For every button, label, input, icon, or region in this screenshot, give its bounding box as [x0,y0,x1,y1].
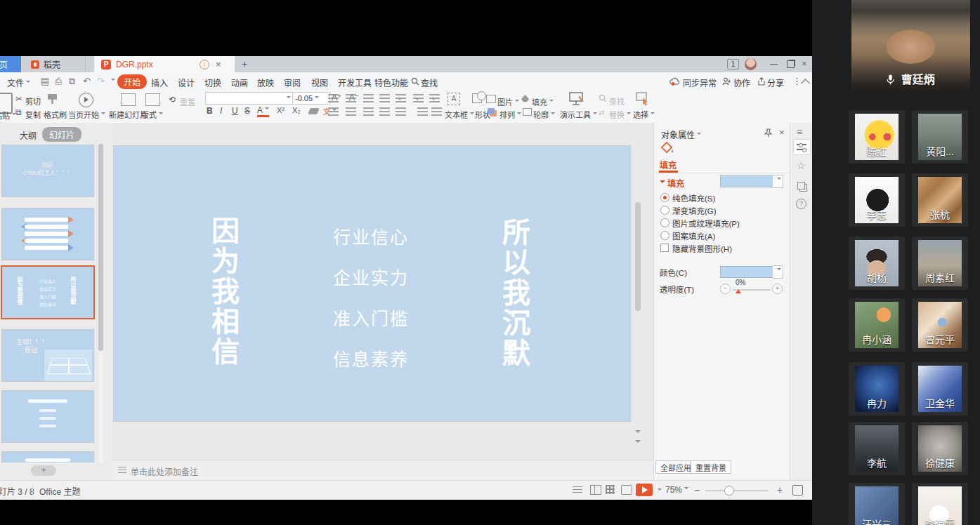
duplicate-panel-icon[interactable] [797,182,805,190]
pattern-fill-radio[interactable] [660,231,669,240]
reading-view-icon[interactable] [621,485,632,495]
reset-button[interactable]: 重置 [180,96,195,107]
user-avatar[interactable] [745,58,757,70]
gradient-fill-label[interactable]: 渐变填充(G) [672,205,717,216]
tab-home[interactable]: 首页 [0,56,21,72]
gradient-fill-radio[interactable] [660,206,669,215]
select-icon[interactable] [636,92,650,106]
menu-design[interactable]: 设计 [178,77,195,88]
fill-tab[interactable]: 填充 [660,159,677,171]
zoom-slider-track[interactable] [705,490,769,491]
panel-close-icon[interactable]: × [779,128,785,137]
select-button[interactable]: 选择 [633,109,655,120]
fill-section-collapse-icon[interactable] [660,180,665,186]
slide-thumbnail-2[interactable] [2,208,93,260]
pattern-fill-label[interactable]: 图案填充(A) [672,230,715,241]
minimize-button[interactable] [770,64,778,65]
bullet-list-icon[interactable] [328,94,339,103]
warning-icon[interactable]: ! [200,60,209,69]
menu-slideshow[interactable]: 放映 [257,77,274,88]
participant-tile[interactable]: 卫金华 [912,362,968,416]
text-direction-icon[interactable] [396,94,406,103]
play-from-page-icon[interactable] [79,93,93,107]
zoom-out-icon[interactable]: − [694,484,700,496]
reset-background-button[interactable]: 重置背景 [691,460,731,474]
print-icon[interactable]: ⎙ [55,76,62,87]
panel-title[interactable]: 对象属性 [661,128,701,140]
italic-icon[interactable]: I [220,106,222,116]
highlight-icon[interactable] [429,94,440,103]
find-button[interactable]: 查找 [609,95,625,107]
bold-icon[interactable]: B [207,106,213,116]
participant-tile[interactable]: 黄阳... [912,110,968,164]
menu-devtools[interactable]: 开发工具 [338,77,372,88]
increase-indent-icon[interactable] [379,94,390,103]
slide-thumbnail-1[interactable]: 你好, CTBU打工人！！！ [2,145,93,197]
collaborate-label[interactable]: 协作 [733,77,750,88]
add-slide-button[interactable]: + [31,465,56,476]
slideshow-options-icon[interactable] [655,486,662,496]
participant-tile[interactable]: 徐健康 [912,422,968,475]
justify-icon[interactable] [379,107,390,117]
transparency-slider-thumb[interactable] [736,286,741,293]
fit-slide-icon[interactable] [792,485,803,496]
font-size-combo[interactable]: -0.05 [292,92,330,105]
participant-tile[interactable]: 周素红 [912,237,968,290]
participant-tile[interactable]: 冉力 [849,362,905,416]
textbox-icon[interactable]: A [447,93,460,105]
menu-home[interactable]: 开始 [117,74,147,89]
slide-thumbnail-4[interactable]: 主动！！！ 搭讪 [2,330,93,381]
color-swatch[interactable] [720,266,773,278]
layout-icon[interactable] [145,93,160,106]
slideshow-play-button[interactable] [636,484,653,496]
notes-bar[interactable]: 单击此处添加备注 [112,460,653,480]
participant-tile[interactable]: 张杭 [912,173,968,227]
align-text-icon[interactable] [413,94,424,103]
editor-scrollbar[interactable] [635,202,641,311]
participant-tile[interactable]: 冉小涵 [849,298,905,352]
participant-tile[interactable]: 汪兴三 [849,483,905,525]
slide-thumbnail-6[interactable] [2,452,93,463]
effects-star-icon[interactable]: ☆ [797,160,806,171]
menu-find[interactable]: 查找 [421,77,438,88]
restore-button[interactable] [787,60,795,68]
hide-background-checkbox[interactable] [660,244,669,252]
slide-thumbnail-5[interactable] [2,391,93,442]
help-icon[interactable]: ? [796,199,806,209]
tab-close-icon[interactable]: × [216,60,221,69]
menu-review[interactable]: 审阅 [284,77,301,88]
align-left-icon[interactable] [328,107,339,117]
solid-fill-radio[interactable] [660,193,669,202]
align-right-icon[interactable] [363,107,374,117]
task-window-count[interactable]: 1 [727,59,739,69]
sync-status-label[interactable]: 同步异常 [683,77,717,88]
next-slide-icon[interactable] [635,440,641,446]
menu-special[interactable]: 特色功能 [374,77,408,88]
solid-fill-label[interactable]: 纯色填充(S) [672,192,715,204]
distribute-icon[interactable] [396,107,406,117]
tab-outline[interactable]: 大纲 [20,129,37,141]
notes-toggle-icon[interactable] [573,486,582,493]
zoom-level[interactable]: 75% [665,485,688,495]
picture-icon[interactable] [486,95,496,103]
menu-insert[interactable]: 插入 [151,77,168,88]
shapes-icon[interactable] [472,93,482,103]
picture-fill-radio[interactable] [660,218,669,227]
start-from-page-button[interactable]: 当页开始 [68,109,105,120]
fill-bucket-icon[interactable] [660,141,676,155]
participant-tile[interactable]: 曾元平 [912,298,968,352]
picture-button[interactable]: 图片 [497,96,519,107]
slide-sorter-icon[interactable] [606,485,615,494]
outline-shape-icon[interactable] [523,108,532,116]
slide-thumbnail-3-selected[interactable]: 因为我相信 行业信心企业实力准入门槛信息素养 所以我沉默 [2,267,93,318]
layout-button[interactable]: 版式 [141,109,163,120]
clear-format-icon[interactable] [308,108,319,114]
slide-left-text[interactable]: 因为我相信 [209,216,237,367]
save-icon[interactable]: ▤ [41,76,49,86]
new-tab-button[interactable]: + [242,58,247,69]
fill-color-swatch[interactable] [720,175,773,187]
color-swatch-dropdown-icon[interactable] [773,265,783,279]
new-slide-icon[interactable] [121,93,136,106]
picture-fill-label[interactable]: 图片或纹理填充(P) [672,218,740,229]
properties-tool-icon-selected[interactable] [793,139,811,155]
